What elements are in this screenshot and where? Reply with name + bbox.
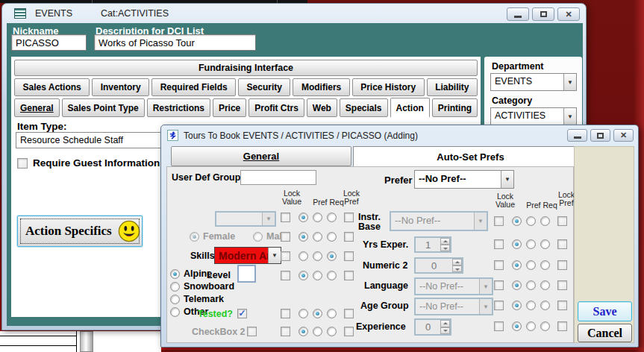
pref-radio[interactable] [313,327,322,336]
save-button[interactable]: Save [578,301,632,321]
no-pref-radio[interactable] [512,280,522,290]
chevron-down-icon[interactable]: ▼ [501,171,513,188]
spin-up-icon[interactable] [452,259,462,265]
tab-inventory[interactable]: Inventory [92,78,149,96]
checkbox2-checkbox[interactable] [247,327,257,336]
alpine-radio-item[interactable]: Alpine [170,268,212,279]
lock-value-checkbox[interactable] [494,216,504,226]
pref-radio[interactable] [313,251,322,261]
no-pref-radio[interactable] [298,309,308,318]
no-pref-radio[interactable] [298,327,308,336]
category-combobox[interactable]: ACTIVITIES ▼ [490,107,577,125]
snowboard-radio-item[interactable]: Snowboard [170,281,234,292]
no-pref-radio[interactable] [298,213,308,222]
no-pref-radio[interactable] [512,216,522,226]
no-pref-radio[interactable] [298,271,308,280]
other-radio[interactable] [170,307,180,317]
numeric2-spinner[interactable]: 0 [414,257,463,274]
tab-web[interactable]: Web [307,98,337,117]
department-combobox[interactable]: EVENTS ▼ [490,73,577,91]
tab-general[interactable]: General [14,98,60,117]
tab-modifiers[interactable]: Modifiers [293,78,349,96]
pref-radio[interactable] [313,213,322,222]
lock-pref-checkbox[interactable] [344,213,354,222]
item-type-combobox[interactable]: Resource Schedule Staff [16,132,171,148]
lock-pref-checkbox[interactable] [557,321,567,331]
tab-printing[interactable]: Printing [432,98,478,117]
snowboard-radio[interactable] [170,282,180,292]
lock-value-checkbox[interactable] [494,321,504,331]
pref-radio[interactable] [313,271,322,280]
pref-radio[interactable] [526,216,536,226]
req-radio[interactable] [540,321,550,331]
lock-pref-checkbox[interactable] [344,327,354,336]
telemark-radio[interactable] [170,295,180,304]
req-radio[interactable] [327,213,337,222]
experience-spinner[interactable]: 0 [414,318,451,336]
female-radio[interactable] [190,232,199,242]
lock-pref-checkbox[interactable] [557,239,567,249]
lock-pref-checkbox[interactable] [557,216,567,226]
chevron-down-icon[interactable]: ▼ [563,108,576,125]
tested-checkbox[interactable] [237,309,247,318]
req-radio[interactable] [327,309,337,318]
female-radio-item[interactable]: Female [190,231,235,242]
spin-down-icon[interactable] [440,327,450,335]
lock-pref-checkbox[interactable] [344,309,354,318]
lock-value-checkbox[interactable] [281,232,290,242]
no-pref-radio[interactable] [512,260,522,270]
req-radio[interactable] [540,260,550,270]
tab-required-fields[interactable]: Required Fields [151,78,236,96]
tab-price-history[interactable]: Price History [352,78,425,96]
req-radio[interactable] [327,232,337,242]
maximize-button[interactable] [532,7,554,21]
yrs-exper-spinner[interactable]: 1 [414,236,451,253]
tab-price[interactable]: Price [213,98,246,117]
req-radio[interactable] [327,327,337,336]
tab-sales-point-type[interactable]: Sales Point Type [62,98,145,117]
pref-radio[interactable] [526,301,536,310]
spin-up-icon[interactable] [440,320,450,327]
chevron-down-icon[interactable]: ▼ [268,248,281,263]
description-field[interactable] [94,34,256,51]
req-radio[interactable] [540,280,550,290]
telemark-radio-item[interactable]: Telemark [170,294,224,304]
lock-pref-checkbox[interactable] [557,260,567,270]
lock-value-checkbox[interactable] [494,301,504,310]
lock-pref-checkbox[interactable] [344,232,354,242]
close-button[interactable]: ✕ [613,129,634,142]
no-pref-radio[interactable] [512,321,522,331]
pref-radio[interactable] [526,280,536,290]
chevron-down-icon[interactable]: ▼ [563,74,576,90]
nickname-field[interactable] [11,34,87,51]
pref-radio[interactable] [313,309,322,318]
spin-down-icon[interactable] [440,245,450,251]
lock-value-checkbox[interactable] [281,327,290,336]
level-field[interactable] [237,265,256,283]
pref-radio[interactable] [526,239,536,249]
lock-value-checkbox[interactable] [281,271,290,280]
no-pref-radio[interactable] [512,301,522,310]
no-pref-radio[interactable] [298,251,308,261]
minimize-button[interactable] [507,7,529,21]
lock-value-checkbox[interactable] [281,251,290,261]
tab-profit-ctrs[interactable]: Profit Ctrs [248,98,304,117]
maximize-button[interactable] [590,129,610,142]
scrollbar[interactable] [80,331,93,352]
req-radio[interactable] [327,271,337,280]
action-specifics-button[interactable]: Action Specifics [17,216,143,247]
lock-value-checkbox[interactable] [494,239,504,249]
events-window-titlebar[interactable]: EVENTS Cat:ACTIVITIES ✕ [2,4,586,23]
prefer-combobox[interactable]: --No Pref-- ▼ [414,170,514,189]
req-radio[interactable] [540,301,550,310]
pref-radio[interactable] [526,260,536,270]
lock-value-checkbox[interactable] [281,309,290,318]
skills-combobox[interactable]: Modern Art ▼ [214,247,281,264]
lock-value-checkbox[interactable] [494,260,504,270]
male-radio[interactable] [253,232,263,242]
dialog-titlebar[interactable]: Tours To Book EVENTS / ACTIVITIES / PICA… [161,125,638,145]
user-def-group-field[interactable] [240,170,316,185]
pref-radio[interactable] [313,232,322,242]
tab-sales-actions[interactable]: Sales Actions [14,78,90,96]
lock-pref-checkbox[interactable] [557,280,567,290]
